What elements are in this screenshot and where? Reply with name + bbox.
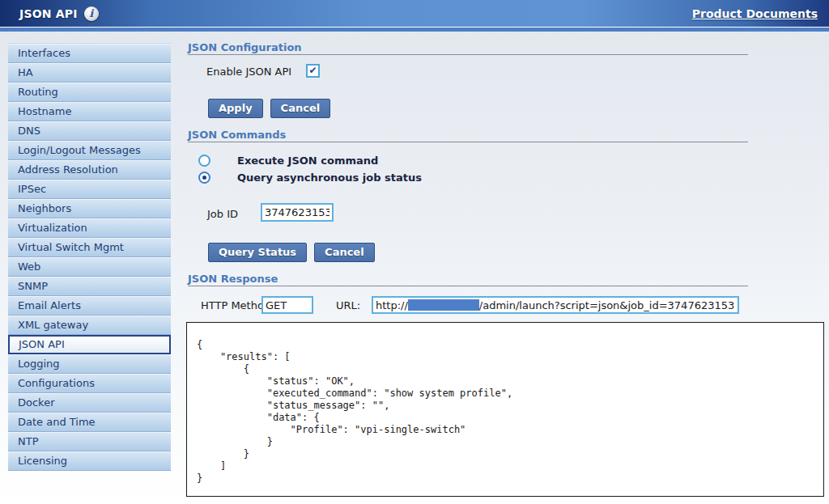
section-title-json-commands: JSON Commands xyxy=(188,129,286,141)
apply-button[interactable]: Apply xyxy=(208,99,263,118)
job-id-label: Job ID xyxy=(207,208,238,220)
sidebar-item-virtual-switch-mgmt[interactable]: Virtual Switch Mgmt xyxy=(8,238,171,257)
json-response-textarea[interactable]: { "results": [ { "status": "OK", "execut… xyxy=(186,322,824,497)
sidebar-item-date-and-time[interactable]: Date and Time xyxy=(8,413,171,432)
url-label: URL: xyxy=(336,299,360,311)
job-id-input[interactable] xyxy=(261,203,334,222)
sidebar-item-neighbors[interactable]: Neighbors xyxy=(8,199,171,218)
sidebar-item-logging[interactable]: Logging xyxy=(8,354,171,374)
sidebar-item-web[interactable]: Web xyxy=(8,257,171,277)
sidebar-item-email-alerts[interactable]: Email Alerts xyxy=(8,296,171,316)
url-redacted-host xyxy=(408,299,479,311)
sidebar-item-address-resolution[interactable]: Address Resolution xyxy=(8,160,171,180)
radio-group: Execute JSON commandQuery asynchronous j… xyxy=(198,152,422,186)
section-rule xyxy=(188,54,748,55)
json-api-page: JSON API i Product Documents InterfacesH… xyxy=(0,0,829,504)
checkmark-icon: ✔ xyxy=(308,65,317,76)
configuration-buttons: Apply Cancel xyxy=(208,99,330,118)
section-rule xyxy=(188,142,748,142)
topbar-accent-strip xyxy=(0,27,829,32)
cancel-button[interactable]: Cancel xyxy=(270,99,331,118)
sidebar-item-configurations[interactable]: Configurations xyxy=(8,374,171,393)
info-icon[interactable]: i xyxy=(84,6,99,21)
sidebar-item-virtualization[interactable]: Virtualization xyxy=(8,218,171,238)
radio-row-execute-json-command: Execute JSON command xyxy=(198,152,422,169)
sidebar-item-xml-gateway[interactable]: XML gateway xyxy=(8,316,171,335)
sidebar-item-docker[interactable]: Docker xyxy=(8,393,171,413)
sidebar-item-dns[interactable]: DNS xyxy=(8,121,171,141)
query-cancel-button[interactable]: Cancel xyxy=(314,243,375,262)
sidebar-item-hostname[interactable]: Hostname xyxy=(8,102,171,121)
sidebar-item-login-logout-messages[interactable]: Login/Logout Messages xyxy=(8,141,171,160)
radio-label-query-asynchronous-job-status[interactable]: Query asynchronous job status xyxy=(237,172,422,184)
url-prefix-text: http:// xyxy=(376,299,408,311)
enable-json-api-checkbox[interactable]: ✔ xyxy=(306,64,320,78)
sidebar-item-ipsec[interactable]: IPSec xyxy=(8,180,171,199)
radio-row-query-asynchronous-job-status: Query asynchronous job status xyxy=(198,169,422,186)
sidebar-item-routing[interactable]: Routing xyxy=(8,83,171,102)
section-rule xyxy=(188,286,748,286)
http-method-input[interactable] xyxy=(261,296,313,314)
sidebar-item-licensing[interactable]: Licensing xyxy=(8,451,171,471)
radio-execute-json-command[interactable] xyxy=(198,155,210,167)
enable-json-api-label: Enable JSON API xyxy=(206,66,291,78)
sidebar-item-interfaces[interactable]: Interfaces xyxy=(8,44,171,63)
radio-query-asynchronous-job-status[interactable] xyxy=(198,172,210,184)
product-documents-link[interactable]: Product Documents xyxy=(692,7,818,20)
radio-label-execute-json-command[interactable]: Execute JSON command xyxy=(237,155,378,167)
section-title-json-response: JSON Response xyxy=(188,273,278,285)
query-status-button[interactable]: Query Status xyxy=(208,243,307,262)
top-bar: JSON API i Product Documents xyxy=(0,0,829,27)
query-buttons: Query Status Cancel xyxy=(208,243,375,262)
sidebar: InterfacesHARoutingHostnameDNSLogin/Logo… xyxy=(8,43,171,471)
page-title-text: JSON API xyxy=(19,7,78,20)
sidebar-item-json-api[interactable]: JSON API xyxy=(8,335,171,354)
sidebar-item-snmp[interactable]: SNMP xyxy=(8,277,171,296)
section-title-json-configuration: JSON Configuration xyxy=(188,41,302,53)
url-suffix-text: /admin/launch?script=json&job_id=3747623… xyxy=(479,299,734,311)
sidebar-item-ntp[interactable]: NTP xyxy=(8,432,171,451)
sidebar-item-ha[interactable]: HA xyxy=(8,63,171,83)
page-title: JSON API i xyxy=(19,6,99,21)
url-input[interactable]: http:///admin/launch?script=json&job_id=… xyxy=(372,296,739,314)
